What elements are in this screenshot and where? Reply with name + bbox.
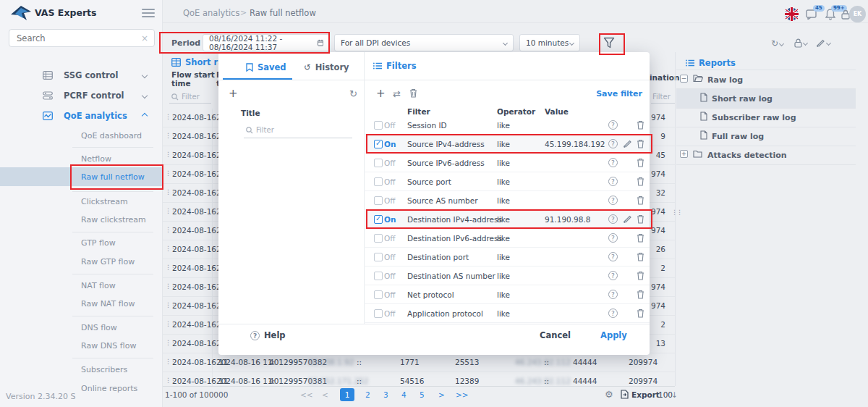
filter-checkbox-checked[interactable] — [374, 140, 383, 148]
trash-icon[interactable] — [637, 233, 644, 243]
interval-select[interactable]: 10 minutes — [519, 34, 580, 51]
page-button[interactable]: 2 — [365, 390, 370, 399]
filter-checkbox[interactable] — [374, 234, 383, 243]
trash-icon[interactable] — [637, 139, 644, 148]
filter-row-source-ipv4[interactable]: OnSource IPv4-address like45.199.184.192… — [364, 135, 650, 154]
trash-icon[interactable] — [637, 177, 644, 186]
add-saved-filter-button[interactable]: + — [229, 87, 238, 100]
refresh-saved-icon[interactable]: ↻ — [349, 88, 357, 99]
filter-funnel-icon[interactable] — [603, 37, 615, 49]
collapse-node-icon[interactable]: − — [680, 75, 688, 83]
schedule-dropdown[interactable] — [794, 38, 807, 48]
sidebar-item-raw-nat-flow[interactable]: Raw NAT flow — [0, 294, 163, 313]
expand-node-icon[interactable]: + — [680, 150, 688, 158]
search-clear-icon[interactable]: × — [141, 33, 148, 43]
reset-filters-icon[interactable]: ⇄ — [393, 88, 401, 99]
filter-checkbox[interactable] — [374, 159, 383, 167]
help-icon[interactable]: ? — [608, 271, 618, 280]
trash-icon[interactable] — [637, 271, 644, 280]
trash-icon[interactable] — [637, 196, 644, 205]
customize-dropdown[interactable] — [816, 38, 830, 47]
report-node-raw-log[interactable]: Raw log — [707, 75, 743, 85]
page-button[interactable]: 3 — [383, 390, 388, 399]
page-button[interactable]: 4 — [401, 390, 407, 399]
filter-row-destination-ipv6[interactable]: OffDestination IPv6-address like ? — [364, 229, 650, 248]
page-button[interactable]: 5 — [420, 390, 425, 399]
export-icon[interactable] — [621, 390, 629, 399]
filter-checkbox[interactable] — [374, 272, 383, 280]
edit-brush-icon[interactable] — [623, 139, 632, 148]
filter-row-net-protocol[interactable]: OffNet protocol like ? — [364, 285, 650, 304]
sidebar-item-nat-flow[interactable]: NAT flow — [0, 276, 163, 295]
sidebar-item-subscribers[interactable]: Subscribers — [0, 360, 163, 379]
period-date-range-input[interactable]: 08/16/2024 11:22 - 08/16/2024 11:37 — [203, 34, 330, 51]
sidebar-item-raw-full-netflow[interactable]: Raw full netflow — [0, 167, 163, 186]
prev-page-button[interactable]: < — [322, 390, 328, 399]
help-icon[interactable]: ? — [608, 120, 618, 130]
help-icon[interactable]: ? — [608, 309, 618, 318]
filter-row-source-port[interactable]: OffSource port like ? — [364, 172, 650, 191]
table-row[interactable]: ⋮⋮ 2024-08-16 11 2024-08-16 11: 40129957… — [163, 353, 675, 372]
filter-checkbox[interactable] — [374, 177, 383, 186]
sidebar-group-pcrf-control[interactable]: PCRF control — [0, 85, 163, 106]
help-icon[interactable]: ? — [608, 158, 618, 167]
report-item-short-raw-log[interactable]: Short raw log — [712, 94, 773, 104]
sidebar-item-netflow[interactable]: Netflow — [0, 149, 163, 168]
sidebar-item-clickstream[interactable]: Clickstream — [0, 192, 163, 211]
sidebar-search[interactable]: × — [9, 29, 155, 47]
help-icon[interactable]: ? — [608, 233, 618, 243]
cancel-button[interactable]: Cancel — [540, 330, 571, 340]
sidebar-item-gtp-flow[interactable]: GTP flow — [0, 233, 163, 252]
filter-row-source-as[interactable]: OffSource AS number like ? — [364, 191, 650, 210]
filter-checkbox[interactable] — [374, 290, 383, 299]
apply-button[interactable]: Apply — [600, 330, 627, 340]
table-settings-gear-icon[interactable]: ⚙ — [605, 389, 613, 400]
filter-checkbox[interactable] — [374, 196, 383, 205]
avatar[interactable]: EK — [849, 6, 866, 22]
add-filter-button[interactable]: + — [376, 87, 386, 100]
column-filter-fragment[interactable]: Filter — [652, 93, 671, 101]
refresh-dropdown[interactable]: ↻ — [771, 38, 783, 49]
saved-filter-search[interactable]: Filter — [246, 126, 274, 134]
sidebar-item-raw-gtp-flow[interactable]: Raw GTP flow — [0, 252, 163, 271]
filter-checkbox[interactable] — [374, 253, 383, 261]
filter-row-application-protocol[interactable]: OffApplication protocol like ? — [364, 304, 650, 323]
panel-resize-handle[interactable]: ⋮⋮ — [671, 209, 681, 216]
column-filter-input[interactable]: Filter — [171, 93, 200, 101]
trash-icon[interactable] — [637, 309, 644, 318]
filter-checkbox[interactable] — [374, 309, 383, 318]
sidebar-collapse-button[interactable] — [142, 9, 155, 17]
help-icon[interactable]: ? — [608, 252, 618, 261]
breadcrumb-parent[interactable]: QoE analytics — [183, 8, 239, 18]
filter-row-destination-as[interactable]: OffDestination AS number like ? — [364, 267, 650, 285]
trash-icon[interactable] — [637, 214, 644, 224]
report-node-attacks-detection[interactable]: Attacks detection — [707, 151, 787, 160]
edit-brush-icon[interactable] — [623, 214, 632, 223]
page-size-arrow-icon[interactable]: ↓ — [671, 390, 678, 399]
export-button[interactable]: Export — [631, 390, 660, 399]
filter-checkbox-checked[interactable] — [374, 215, 383, 224]
last-page-button[interactable]: >> — [456, 390, 469, 399]
report-item-full-raw-log[interactable]: Full raw log — [712, 132, 764, 141]
sidebar-item-dns-flow[interactable]: DNS flow — [0, 318, 163, 337]
sidebar-group-qoe-analytics[interactable]: QoE analytics — [0, 106, 163, 126]
sidebar-item-raw-clickstream[interactable]: Raw clickstream — [0, 210, 163, 229]
calendar-icon[interactable] — [318, 38, 323, 47]
filter-checkbox[interactable] — [374, 121, 383, 130]
help-icon[interactable]: ? — [608, 139, 618, 148]
filter-row-source-ipv6[interactable]: OffSource IPv6-address like ? — [364, 154, 650, 172]
filter-row-destination-ipv4[interactable]: OnDestination IPv4-address like91.190.98… — [364, 210, 650, 229]
trash-icon[interactable] — [637, 290, 644, 299]
help-icon[interactable]: ? — [608, 177, 618, 186]
sidebar-group-ssg-control[interactable]: SSG control — [0, 65, 163, 85]
report-item-subscriber-raw-log[interactable]: Subscriber raw log — [712, 113, 796, 122]
language-flag-icon[interactable] — [785, 7, 799, 21]
trash-icon[interactable] — [637, 252, 644, 261]
trash-icon[interactable] — [637, 158, 644, 167]
help-button[interactable]: ? Help — [250, 330, 286, 340]
trash-icon[interactable] — [409, 88, 417, 98]
help-icon[interactable]: ? — [608, 196, 618, 205]
trash-icon[interactable] — [637, 120, 644, 130]
first-page-button[interactable]: << — [300, 390, 313, 399]
filter-row-session-id[interactable]: OffSession ID like ? — [364, 116, 650, 135]
